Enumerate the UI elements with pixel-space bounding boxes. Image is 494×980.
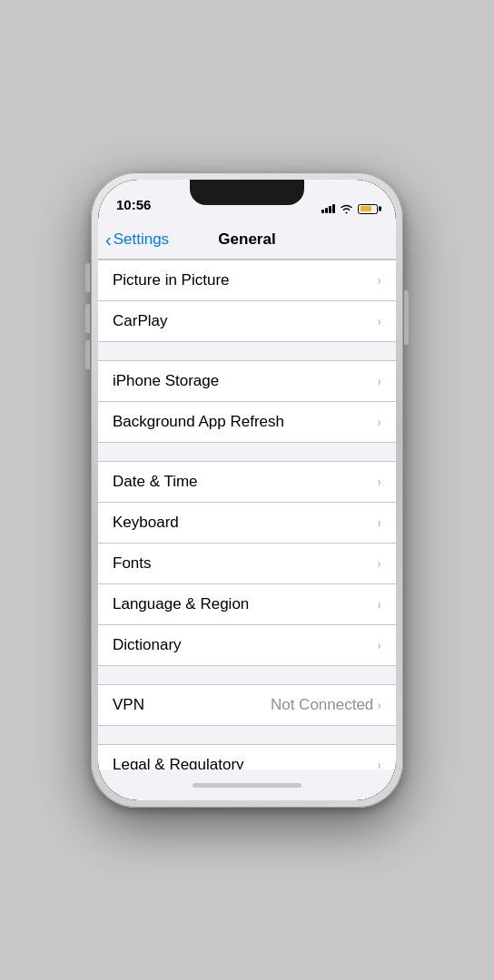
vpn-item[interactable]: VPN Not Connected › (98, 685, 396, 725)
signal-bars-icon (321, 204, 335, 213)
item-right: › (377, 415, 381, 429)
item-label: Legal & Regulatory (113, 756, 244, 769)
item-label: Language & Region (113, 595, 249, 613)
item-right: › (377, 556, 381, 571)
chevron-right-icon: › (377, 698, 381, 712)
chevron-right-icon: › (377, 638, 381, 652)
list-item[interactable]: CarPlay › (98, 301, 396, 341)
notch (190, 180, 304, 205)
phone-frame: 10:56 (91, 172, 403, 808)
home-bar (193, 783, 301, 788)
battery-icon (358, 204, 378, 214)
list-item[interactable]: Fonts › (98, 544, 396, 584)
item-right: › (377, 374, 381, 388)
page-title: General (218, 230, 275, 249)
item-label: iPhone Storage (113, 372, 219, 390)
list-item[interactable]: Picture in Picture › (98, 260, 396, 301)
chevron-right-icon: › (377, 597, 381, 612)
section-group-1: Picture in Picture › CarPlay › (98, 260, 396, 342)
chevron-right-icon: › (377, 415, 381, 429)
wifi-icon (340, 203, 353, 214)
back-chevron-icon: ‹ (105, 230, 112, 249)
item-right: › (377, 597, 381, 612)
section-group-3: Date & Time › Keyboard › Fonts (98, 461, 396, 666)
item-right: › (377, 638, 381, 652)
nav-bar: ‹ Settings General (98, 220, 396, 260)
section-group-5: Legal & Regulatory › (98, 744, 396, 769)
screen: 10:56 (98, 180, 396, 800)
list-item[interactable]: Language & Region › (98, 584, 396, 625)
item-right: › (377, 475, 381, 489)
chevron-right-icon: › (377, 515, 381, 530)
content-scroll[interactable]: Picture in Picture › CarPlay › (98, 260, 396, 769)
item-label: VPN (113, 696, 144, 714)
list-item[interactable]: Dictionary › (98, 625, 396, 665)
item-label: Fonts (113, 554, 152, 573)
status-time: 10:56 (116, 197, 151, 214)
legal-item[interactable]: Legal & Regulatory › (98, 745, 396, 769)
chevron-right-icon: › (377, 314, 381, 328)
item-right: › (377, 515, 381, 530)
item-label: CarPlay (113, 312, 167, 330)
vpn-status: Not Connected (271, 696, 373, 714)
section-group-4: VPN Not Connected › (98, 684, 396, 726)
home-indicator (98, 769, 396, 800)
list-item[interactable]: Keyboard › (98, 503, 396, 544)
status-icons (321, 203, 378, 214)
chevron-right-icon: › (377, 475, 381, 489)
list-item[interactable]: Date & Time › (98, 462, 396, 503)
background-app-refresh-item[interactable]: Background App Refresh › (98, 402, 396, 442)
phone-inner: 10:56 (98, 180, 396, 800)
item-right: › (377, 273, 381, 288)
item-label: Date & Time (113, 473, 198, 491)
chevron-right-icon: › (377, 556, 381, 571)
iphone-storage-item[interactable]: iPhone Storage › (98, 361, 396, 402)
chevron-right-icon: › (377, 758, 381, 769)
chevron-right-icon: › (377, 273, 381, 288)
item-label: Picture in Picture (113, 271, 230, 289)
back-button[interactable]: ‹ Settings (105, 230, 169, 249)
item-right: › (377, 758, 381, 769)
section-group-2: iPhone Storage › Background App Refresh … (98, 360, 396, 443)
item-right: › (377, 314, 381, 328)
chevron-right-icon: › (377, 374, 381, 388)
battery-fill (361, 206, 372, 211)
item-label: Dictionary (113, 636, 182, 654)
item-label: Keyboard (113, 514, 179, 532)
item-label: Background App Refresh (113, 413, 284, 431)
item-right: Not Connected › (271, 696, 381, 714)
back-label: Settings (114, 230, 169, 249)
